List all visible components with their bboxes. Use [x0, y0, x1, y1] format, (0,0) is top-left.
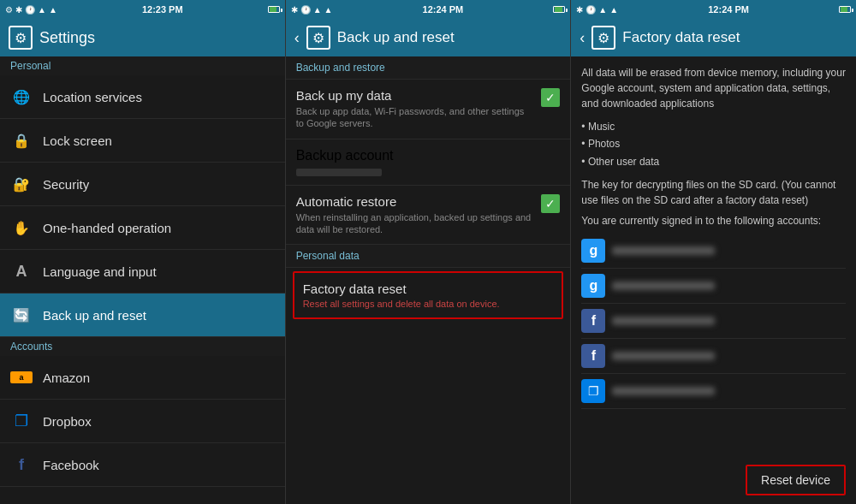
lockscreen-icon: 🔒: [10, 129, 33, 151]
settings-title: Settings: [39, 29, 95, 47]
facebook-label: Facebook: [43, 458, 99, 472]
battery-icon-3: [839, 6, 851, 13]
factory-list-items: • Music • Photos • Other user data: [581, 118, 846, 170]
google-account-row-2: g: [581, 269, 846, 304]
backup-header-icon: ⚙: [306, 26, 330, 50]
backup-account-item[interactable]: Backup account: [286, 139, 571, 186]
status-icons-right-3: [839, 6, 851, 13]
factory-reset-header: ‹ ⚙ Factory data reset: [571, 19, 856, 56]
automatic-restore-subtitle: When reinstalling an application, backed…: [296, 211, 535, 236]
backup-content: Backup and restore Back up my data Back …: [286, 56, 571, 504]
backup-restore-section: Backup and restore: [286, 56, 571, 80]
bluetooth-icon: ✱: [15, 5, 22, 15]
status-bar-3: ✱ 🕐 ▲ ▲ 12:24 PM: [571, 0, 856, 19]
sidebar-item-amazon[interactable]: a Amazon: [0, 356, 285, 400]
sidebar-item-dropbox[interactable]: ❐ Dropbox: [0, 400, 285, 443]
list-item-music: • Music: [581, 118, 846, 135]
sidebar-item-security[interactable]: 🔐 Security: [0, 163, 285, 206]
network-icon: ▲: [49, 5, 57, 15]
personal-section-label: Personal: [0, 56, 285, 75]
sidebar-item-lockscreen[interactable]: 🔒 Lock screen: [0, 119, 285, 163]
status-icons-left: ⚙ ✱ 🕐 ▲ ▲: [5, 5, 57, 15]
wifi-icon-2: ▲: [313, 5, 322, 15]
factory-data-reset-item[interactable]: Factory data reset Reset all settings an…: [293, 271, 564, 319]
facebook-icon-2: f: [581, 344, 605, 368]
time-display: 12:23 PM: [142, 4, 183, 15]
backup-icon: 🔄: [10, 304, 33, 326]
alarm-icon-3: 🕐: [586, 5, 596, 15]
personal-data-section: Personal data: [286, 245, 571, 268]
backup-label: Back up and reset: [43, 308, 146, 323]
sidebar-item-language[interactable]: A Language and input: [0, 250, 285, 294]
automatic-restore-item[interactable]: Automatic restore When reinstalling an a…: [286, 186, 571, 246]
google-account-name-1: [612, 246, 715, 255]
lockscreen-label: Lock screen: [43, 133, 112, 148]
battery-icon: [268, 6, 280, 13]
sidebar-item-location[interactable]: 🌐 Location services: [0, 75, 285, 119]
wifi-icon: ▲: [38, 5, 46, 15]
onehanded-label: One-handed operation: [43, 221, 171, 235]
list-item-photos: • Photos: [581, 135, 846, 152]
back-up-my-data-subtitle: Back up app data, Wi-Fi passwords, and o…: [296, 105, 535, 130]
amazon-label: Amazon: [43, 371, 90, 385]
accounts-section-label: Accounts: [0, 337, 285, 356]
settings-panel: ⚙ ✱ 🕐 ▲ ▲ 12:23 PM ⚙ Settings Personal 🌐…: [0, 0, 286, 504]
location-icon: 🌐: [10, 86, 33, 108]
dropbox-label: Dropbox: [43, 414, 92, 429]
factory-reset-title: Factory data reset: [303, 282, 554, 296]
settings-status-icon: ⚙: [5, 5, 13, 15]
back-up-checkbox[interactable]: ✓: [541, 88, 560, 107]
onehanded-icon: ✋: [10, 216, 33, 239]
back-arrow-2[interactable]: ‹: [294, 29, 300, 47]
sd-card-warn: The key for decrypting files on the SD c…: [581, 177, 846, 208]
dropbox-icon: ❐: [10, 410, 33, 432]
back-arrow-3[interactable]: ‹: [580, 29, 585, 47]
factory-header-title: Factory data reset: [622, 29, 740, 46]
back-up-my-data-info: Back up my data Back up app data, Wi-Fi …: [296, 88, 542, 130]
location-label: Location services: [43, 90, 142, 104]
status-icons-right-2: [553, 6, 565, 13]
alarm-icon-2: 🕐: [300, 5, 311, 15]
facebook-icon-1: f: [581, 309, 605, 333]
wifi-icon-3: ▲: [598, 5, 607, 15]
back-up-my-data-title: Back up my data: [296, 88, 535, 103]
google-account-name-2: [612, 282, 715, 290]
back-up-my-data-item[interactable]: Back up my data Back up app data, Wi-Fi …: [286, 80, 571, 139]
alarm-icon: 🕐: [25, 5, 35, 15]
bt-icon-2: ✱: [291, 5, 298, 15]
automatic-restore-checkbox[interactable]: ✓: [541, 194, 560, 213]
sidebar-item-backup[interactable]: 🔄 Back up and reset: [0, 294, 285, 337]
factory-warn-text: All data will be erased from device memo…: [581, 65, 846, 111]
reset-device-button[interactable]: Reset device: [746, 465, 846, 495]
network-icon-2: ▲: [324, 5, 333, 15]
settings-header: ⚙ Settings: [0, 19, 285, 56]
backup-account-title: Backup account: [296, 148, 394, 163]
backup-header: ‹ ⚙ Back up and reset: [286, 19, 571, 56]
google-icon-1: g: [581, 239, 605, 263]
facebook-icon: f: [10, 454, 33, 476]
facebook-account-row-2: f: [581, 339, 846, 374]
settings-gear-icon: ⚙: [9, 26, 33, 50]
signed-in-text: You are currently signed in to the follo…: [581, 215, 846, 227]
sidebar-item-onehanded[interactable]: ✋ One-handed operation: [0, 206, 285, 250]
security-label: Security: [43, 177, 89, 192]
status-icons-right: [268, 6, 280, 13]
backup-account-value: [296, 165, 382, 176]
sidebar-item-facebook[interactable]: f Facebook: [0, 443, 285, 487]
bt-icon-3: ✱: [576, 5, 583, 15]
dropbox-account-row: ❐: [581, 374, 846, 409]
network-icon-3: ▲: [609, 5, 618, 15]
facebook-account-name-2: [612, 352, 715, 360]
security-icon: 🔐: [10, 173, 33, 195]
factory-reset-subtitle: Reset all settings and delete all data o…: [303, 299, 554, 309]
time-display-3: 12:24 PM: [708, 4, 749, 15]
language-label: Language and input: [43, 264, 157, 279]
language-icon: A: [10, 260, 33, 282]
google-account-row-1: g: [581, 234, 846, 269]
facebook-account-name-1: [612, 317, 715, 325]
status-icons-left-2: ✱ 🕐 ▲ ▲: [291, 5, 333, 15]
automatic-restore-title: Automatic restore: [296, 194, 535, 209]
reset-button-wrapper: Reset device: [571, 456, 856, 504]
google-icon-2: g: [581, 274, 605, 298]
dropbox-icon-3: ❐: [581, 379, 605, 403]
